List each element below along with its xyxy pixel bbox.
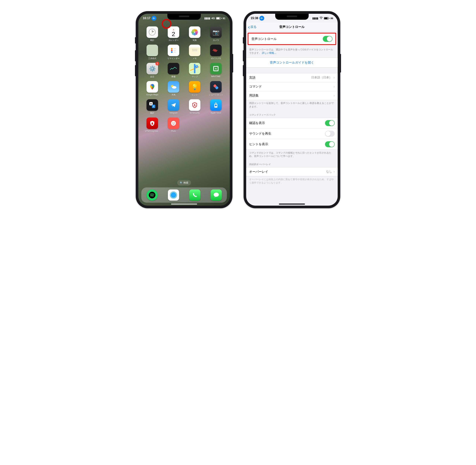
- app-emacs[interactable]: 工具程式: [143, 45, 162, 60]
- app-navitime[interactable]: NNAVITIME: [206, 63, 225, 78]
- language-row[interactable]: 言語 日本語（日本）›: [246, 73, 338, 82]
- feedback-row[interactable]: ヒントを表示: [246, 139, 338, 149]
- dock-msg[interactable]: [211, 190, 222, 201]
- app-tips[interactable]: 💡ヒント: [185, 81, 204, 96]
- dock-safari[interactable]: [168, 190, 179, 201]
- svg-point-9: [171, 50, 173, 51]
- toggle[interactable]: [325, 120, 335, 126]
- feedback-header: コマンドフィードバック: [246, 110, 338, 118]
- app-label: Google Maps: [143, 94, 162, 96]
- network-label: 4G: [212, 17, 215, 20]
- learn-more-link[interactable]: 詳しい情報…: [262, 52, 276, 54]
- app-maps[interactable]: マップ: [185, 63, 204, 78]
- app-label: 翻訳: [143, 112, 162, 115]
- battery-icon: [216, 17, 221, 20]
- translate-icon: A文: [147, 99, 158, 111]
- telegram-icon: [168, 99, 179, 111]
- vocabulary-description: 用語エントリーを追加して、音声コントロールに新しい単語を教えることができます。: [246, 100, 338, 110]
- apps-grid: 時計木2カレンダー写真📷カメラ工具程式リマインダーメモボイスメモ⚙️1設定株価マ…: [138, 23, 230, 132]
- feedback-row[interactable]: 確認を表示: [246, 118, 338, 128]
- cal-icon: 木2: [168, 26, 179, 38]
- app-plurk[interactable]: Plurk: [164, 117, 183, 132]
- app-vpn[interactable]: VPNProxyOne...: [143, 117, 162, 132]
- commands-row[interactable]: コマンド ›: [246, 82, 338, 91]
- app-reminder[interactable]: リマインダー: [164, 45, 183, 60]
- app-voice[interactable]: ボイスメモ: [206, 45, 225, 60]
- app-clock[interactable]: 時計: [143, 26, 162, 42]
- notch: [275, 14, 309, 20]
- search-pill[interactable]: 🔍 検索: [177, 180, 191, 186]
- app-gmaps[interactable]: Google Maps: [143, 81, 162, 96]
- row-label: オーバーレイ: [249, 169, 268, 174]
- app-idsec[interactable]: ID Security: [185, 99, 204, 115]
- svg-point-8: [171, 48, 173, 50]
- open-guide-link[interactable]: 音声コントロールガイドを開く: [246, 58, 338, 67]
- app-label: カメラ: [206, 39, 225, 42]
- settings-screen: 15:38 ▮▮▮▮ 86 戻る 音声コントロール 音声コントロール: [246, 14, 338, 206]
- voice-control-description: 音声コントロールでは、通話中でも音声を使ってiOSデバイスをコントロールできます…: [246, 46, 338, 56]
- row-label: 確認を表示: [249, 121, 265, 125]
- row-value: なし: [326, 170, 332, 173]
- phone-left: 16:17 ▮▮▮▮ 4G 81 時計木2カレンダー写真📷カメラ工具程式リマイン…: [136, 11, 233, 208]
- app-shortcut[interactable]: ショートカット: [206, 81, 225, 96]
- voice-control-status-icon[interactable]: [151, 16, 156, 21]
- annotation-box: 音声コントロール: [248, 33, 336, 45]
- svg-point-34: [171, 121, 176, 126]
- overlay-row[interactable]: オーバーレイ なし›: [246, 167, 338, 176]
- vocabulary-row[interactable]: 用語集 ›: [246, 91, 338, 100]
- svg-text:N: N: [215, 67, 217, 70]
- status-time: 16:17: [143, 17, 150, 20]
- app-label: Plurk: [164, 130, 183, 132]
- svg-point-36: [174, 123, 175, 123]
- home-indicator[interactable]: [171, 204, 197, 204]
- voice-icon: [210, 45, 222, 56]
- home-indicator[interactable]: [279, 204, 305, 204]
- app-label: 工具程式: [143, 57, 162, 60]
- app-label: ヒント: [185, 94, 204, 96]
- feedback-row[interactable]: サウンドを再生: [246, 128, 338, 139]
- voice-control-toggle[interactable]: [323, 36, 332, 42]
- feedback-description: コマンドのヒントでは、コマンドの候補とそれに沿ったヒントが示されるため、音声コン…: [246, 150, 338, 159]
- nav-title: 音声コントロール: [279, 25, 305, 29]
- svg-point-40: [171, 192, 176, 198]
- stocks-icon: [168, 63, 179, 74]
- app-label: ID Security: [185, 112, 204, 114]
- app-label: メモ: [185, 57, 204, 60]
- reminder-icon: [168, 45, 179, 56]
- app-label: リマインダー: [164, 57, 183, 60]
- toggle[interactable]: [325, 131, 335, 137]
- app-label: Telegram: [164, 112, 183, 114]
- app-appstore[interactable]: Apple Store: [206, 99, 225, 115]
- row-label: サウンドを再生: [249, 131, 271, 136]
- app-stocks[interactable]: 株価: [164, 63, 183, 78]
- feedback-block: 確認を表示サウンドを再生ヒントを表示: [246, 118, 338, 150]
- app-cal[interactable]: 木2カレンダー: [164, 26, 183, 42]
- back-button[interactable]: 戻る: [248, 25, 257, 29]
- app-photos[interactable]: 写真: [185, 26, 204, 42]
- voice-control-status-icon[interactable]: [259, 16, 264, 21]
- voice-control-toggle-row[interactable]: 音声コントロール: [248, 34, 335, 44]
- status-time: 15:38: [251, 17, 258, 20]
- maps-icon: [189, 63, 201, 74]
- app-translate[interactable]: A文翻訳: [143, 99, 162, 115]
- camera-icon: 📷: [210, 26, 222, 38]
- app-weather[interactable]: 天気: [164, 81, 183, 96]
- dock-spotify[interactable]: [147, 190, 158, 201]
- wifi-icon: [319, 17, 323, 20]
- overlay-description: オーバーレイには画面上の内容に重ねて番号や名前が表示されるため、すばやく操作でき…: [246, 176, 338, 186]
- svg-point-31: [215, 105, 217, 106]
- toggle[interactable]: [325, 141, 335, 147]
- app-label: 株価: [164, 75, 183, 78]
- battery-percent: 86: [331, 17, 333, 20]
- svg-text:A: A: [150, 103, 152, 105]
- weather-icon: [168, 81, 179, 93]
- app-settings[interactable]: ⚙️1設定: [143, 63, 162, 78]
- svg-point-42: [321, 19, 321, 19]
- app-telegram[interactable]: Telegram: [164, 99, 183, 115]
- app-label: ショートカット: [206, 94, 225, 96]
- dock-phone[interactable]: [189, 190, 201, 201]
- app-notes[interactable]: メモ: [185, 45, 204, 60]
- overlay-header: 持続的オーバーレイ: [246, 159, 338, 167]
- svg-rect-33: [151, 123, 153, 125]
- app-camera[interactable]: 📷カメラ: [206, 26, 225, 42]
